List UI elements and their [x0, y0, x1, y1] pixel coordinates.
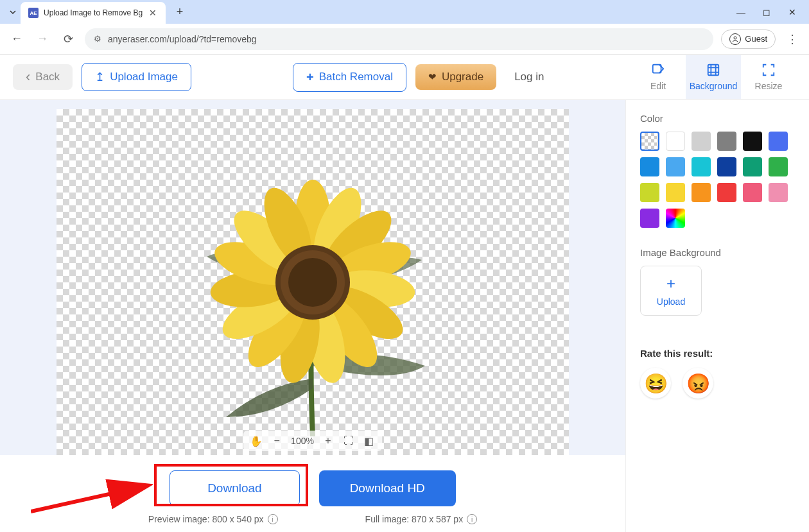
- full-image-info: Full image: 870 x 587 px i: [365, 514, 478, 524]
- url-text: anyeraser.com/upload/?td=removebg: [108, 34, 257, 44]
- edit-tab-label: Edit: [650, 81, 666, 91]
- color-swatch-d0d0d0[interactable]: [692, 132, 711, 151]
- forward-nav-button[interactable]: →: [33, 30, 51, 48]
- tab-edit[interactable]: Edit: [631, 55, 686, 99]
- color-swatch-111111[interactable]: [743, 132, 762, 151]
- color-swatch-c9d82a[interactable]: [640, 183, 659, 202]
- batch-label: Batch Removal: [319, 71, 393, 83]
- svg-point-24: [288, 258, 337, 307]
- fullscreen-icon[interactable]: ⛶: [342, 434, 355, 447]
- image-canvas[interactable]: ✋ − 100% + ⛶ ◧: [57, 109, 569, 455]
- batch-removal-button[interactable]: Batch Removal: [293, 63, 406, 92]
- color-swatches: [640, 132, 795, 228]
- color-swatch-transparent[interactable]: [640, 132, 659, 151]
- browser-tab[interactable]: AE Upload Image to Remove Bg ✕: [21, 2, 166, 24]
- upload-label: Upload Image: [110, 71, 178, 83]
- pan-icon[interactable]: ✋: [250, 434, 263, 447]
- download-hd-button[interactable]: Download HD: [319, 470, 456, 506]
- color-swatch-0e3f9e[interactable]: [717, 157, 736, 176]
- maximize-icon[interactable]: ◻: [760, 7, 773, 17]
- color-swatch-f7941d[interactable]: [692, 183, 711, 202]
- zoom-level: 100%: [291, 436, 314, 446]
- color-swatch-4a6ef0[interactable]: [769, 132, 788, 151]
- color-swatch-18c4d6[interactable]: [692, 157, 711, 176]
- download-button[interactable]: Download: [170, 470, 300, 506]
- color-swatch-178be0[interactable]: [640, 157, 659, 176]
- back-nav-button[interactable]: ←: [8, 30, 26, 48]
- close-tab-icon[interactable]: ✕: [148, 8, 158, 18]
- background-tab-label: Background: [690, 81, 738, 91]
- tab-background[interactable]: Background: [686, 55, 741, 99]
- back-button[interactable]: Back: [13, 64, 73, 90]
- favicon-icon: AE: [28, 8, 39, 18]
- upload-image-button[interactable]: Upload Image: [82, 63, 191, 91]
- guest-label: Guest: [745, 34, 767, 44]
- login-link[interactable]: Log in: [514, 71, 544, 83]
- site-settings-icon[interactable]: ⚙: [94, 34, 101, 44]
- minimize-icon[interactable]: —: [735, 7, 747, 17]
- zoom-out-icon[interactable]: −: [270, 434, 283, 447]
- address-bar[interactable]: ⚙ anyeraser.com/upload/?td=removebg: [85, 28, 713, 50]
- info-icon[interactable]: i: [268, 514, 278, 524]
- color-swatch-808080[interactable]: [717, 132, 736, 151]
- upload-background-button[interactable]: + Upload: [640, 266, 702, 316]
- color-swatch-4aa8f0[interactable]: [666, 157, 685, 176]
- profile-button[interactable]: Guest: [721, 30, 776, 49]
- rating-heading: Rate this result:: [640, 348, 795, 359]
- edit-icon: [651, 63, 665, 77]
- new-tab-button[interactable]: +: [171, 3, 189, 21]
- tab-dropdown[interactable]: [5, 4, 21, 20]
- tab-resize[interactable]: Resize: [741, 55, 796, 99]
- color-swatch-ef3a3a[interactable]: [717, 183, 736, 202]
- svg-point-0: [734, 37, 736, 39]
- compare-icon[interactable]: ◧: [363, 434, 376, 447]
- resize-icon: [761, 63, 776, 77]
- image-background-heading: Image Background: [640, 247, 795, 258]
- result-image: [168, 167, 457, 436]
- browser-menu-icon[interactable]: ⋮: [783, 30, 801, 48]
- profile-icon: [729, 33, 741, 45]
- preview-image-info: Preview image: 800 x 540 px i: [148, 514, 278, 524]
- info-icon[interactable]: i: [467, 514, 477, 524]
- color-swatch-ef5a7a[interactable]: [743, 183, 762, 202]
- plus-icon: +: [666, 275, 675, 293]
- close-window-icon[interactable]: ✕: [786, 7, 799, 17]
- rating-happy-button[interactable]: 😆: [640, 368, 671, 399]
- color-swatch-2fb04a[interactable]: [769, 157, 788, 176]
- back-label: Back: [35, 71, 60, 83]
- reload-button[interactable]: ⟳: [59, 30, 77, 48]
- upload-bg-label: Upload: [657, 296, 685, 307]
- svg-rect-2: [708, 65, 719, 76]
- rating-angry-button[interactable]: 😡: [683, 368, 713, 399]
- color-swatch-f7d633[interactable]: [666, 183, 685, 202]
- zoom-toolbar: ✋ − 100% + ⛶ ◧: [243, 431, 382, 451]
- zoom-in-icon[interactable]: +: [322, 434, 335, 447]
- color-swatch-8a2be2[interactable]: [640, 209, 659, 228]
- background-icon: [706, 63, 720, 77]
- color-swatch-picker[interactable]: [666, 209, 685, 228]
- color-heading: Color: [640, 113, 795, 124]
- upgrade-label: Upgrade: [442, 71, 483, 83]
- color-swatch-ffffff[interactable]: [666, 132, 685, 151]
- upgrade-button[interactable]: Upgrade: [415, 64, 496, 90]
- resize-tab-label: Resize: [755, 81, 783, 91]
- color-swatch-0f9e74[interactable]: [743, 157, 762, 176]
- color-swatch-f08fb0[interactable]: [769, 183, 788, 202]
- tab-title: Upload Image to Remove Bg: [44, 8, 143, 17]
